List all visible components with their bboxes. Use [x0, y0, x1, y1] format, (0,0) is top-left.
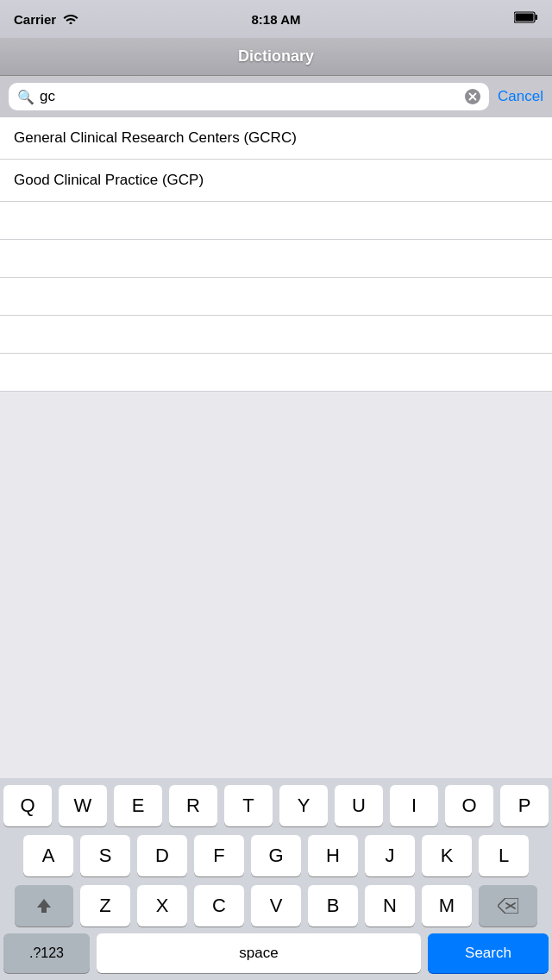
nav-bar: Dictionary — [0, 38, 552, 76]
svg-rect-2 — [536, 15, 538, 20]
cancel-button[interactable]: Cancel — [498, 88, 543, 105]
battery-icon — [514, 11, 538, 27]
empty-row-5 — [0, 354, 552, 392]
empty-row-1 — [0, 202, 552, 240]
key-f[interactable]: F — [194, 835, 244, 876]
status-bar-right — [514, 11, 538, 27]
key-n[interactable]: N — [365, 885, 415, 927]
search-magnifier-icon: 🔍 — [17, 89, 34, 105]
key-j[interactable]: J — [365, 835, 415, 876]
key-search[interactable]: Search — [428, 933, 549, 973]
key-b[interactable]: B — [308, 885, 358, 927]
keyboard-row-2: A S D F G H J K L — [3, 835, 549, 876]
key-m[interactable]: M — [422, 885, 472, 927]
key-p[interactable]: P — [500, 785, 549, 826]
key-y[interactable]: Y — [279, 785, 328, 826]
keyboard-bottom-row: .?123 space Search — [0, 930, 552, 980]
key-h[interactable]: H — [308, 835, 358, 876]
key-z[interactable]: Z — [80, 885, 130, 927]
keyboard: Q W E R T Y U I O P A S D F G H J K L — [0, 778, 552, 980]
key-o[interactable]: O — [445, 785, 493, 826]
key-space[interactable]: space — [97, 933, 421, 973]
key-k[interactable]: K — [422, 835, 472, 876]
key-q[interactable]: Q — [3, 785, 52, 826]
key-l[interactable]: L — [479, 835, 529, 876]
key-e[interactable]: E — [114, 785, 162, 826]
status-bar-time: 8:18 AM — [252, 12, 301, 27]
key-u[interactable]: U — [335, 785, 383, 826]
svg-point-0 — [70, 22, 72, 24]
svg-marker-7 — [37, 899, 51, 913]
svg-rect-3 — [516, 14, 534, 22]
result-item-1[interactable]: General Clinical Research Centers (GCRC) — [0, 117, 552, 160]
status-bar-left: Carrier — [14, 12, 78, 27]
wifi-icon — [63, 12, 78, 27]
status-bar: Carrier 8:18 AM — [0, 0, 552, 38]
carrier-label: Carrier — [14, 12, 56, 27]
key-i[interactable]: I — [390, 785, 438, 826]
keyboard-row-1: Q W E R T Y U I O P — [3, 785, 549, 826]
key-x[interactable]: X — [137, 885, 187, 927]
key-shift[interactable] — [15, 885, 73, 927]
key-d[interactable]: D — [137, 835, 187, 876]
key-backspace[interactable] — [479, 885, 537, 927]
keyboard-row-3: Z X C V B N M — [3, 885, 549, 927]
key-c[interactable]: C — [194, 885, 244, 927]
search-bar: 🔍 Cancel — [0, 76, 552, 117]
empty-row-2 — [0, 240, 552, 278]
key-w[interactable]: W — [59, 785, 107, 826]
key-a[interactable]: A — [23, 835, 73, 876]
key-r[interactable]: R — [169, 785, 217, 826]
key-symbols[interactable]: .?123 — [3, 933, 90, 973]
key-g[interactable]: G — [251, 835, 301, 876]
search-input-container: 🔍 — [9, 83, 489, 110]
search-input[interactable] — [40, 88, 460, 105]
key-t[interactable]: T — [224, 785, 273, 826]
empty-rows — [0, 202, 552, 392]
key-v[interactable]: V — [251, 885, 301, 927]
key-s[interactable]: S — [80, 835, 130, 876]
nav-title: Dictionary — [238, 47, 314, 66]
empty-row-3 — [0, 278, 552, 316]
empty-row-4 — [0, 316, 552, 354]
results-list: General Clinical Research Centers (GCRC)… — [0, 117, 552, 202]
clear-button[interactable] — [465, 89, 480, 104]
result-item-2[interactable]: Good Clinical Practice (GCP) — [0, 160, 552, 202]
